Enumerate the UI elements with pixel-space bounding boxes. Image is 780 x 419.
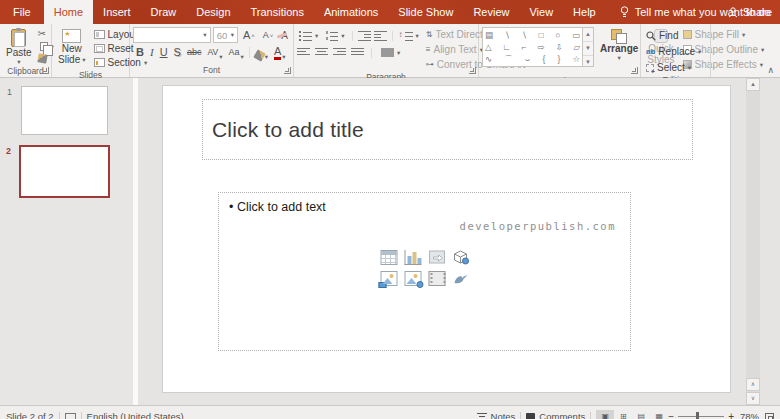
copy-icon xyxy=(40,42,48,51)
paragraph-dialog-launcher[interactable] xyxy=(469,67,476,74)
group-slides: New Slide▾ Layout▾ Reset Section▾ Slides xyxy=(52,24,130,77)
group-clipboard: Paste ▾ ✂ ▾ Clipboard xyxy=(0,24,52,77)
select-button[interactable]: Select▾ xyxy=(644,61,703,74)
content-placeholder[interactable]: • Click to add text developerpublish.com xyxy=(218,192,631,351)
slide-sorter-view-button[interactable]: ⊞ xyxy=(614,410,632,419)
next-slide-button[interactable]: ∨ xyxy=(746,392,760,405)
paste-button[interactable]: Paste ▾ xyxy=(3,27,35,65)
underline-button[interactable]: U xyxy=(157,45,171,60)
tab-view[interactable]: View xyxy=(519,0,563,24)
insert-3d-model-icon[interactable] xyxy=(452,250,469,265)
slide-1-number: 1 xyxy=(7,87,12,97)
new-slide-label-2: Slide xyxy=(58,55,80,65)
format-painter-button[interactable] xyxy=(37,53,47,63)
font-size-value: 60 xyxy=(217,30,228,41)
shapes-gallery-scroll[interactable]: ▲▼▼ xyxy=(583,27,594,67)
find-button[interactable]: Find xyxy=(644,29,703,42)
insert-online-picture-icon[interactable] xyxy=(404,271,421,286)
comments-button[interactable]: Comments xyxy=(526,411,585,419)
collapse-ribbon-button[interactable]: ∧ xyxy=(767,65,774,75)
insert-chart-icon[interactable] xyxy=(404,250,421,265)
previous-slide-button[interactable]: ∧ xyxy=(746,378,760,391)
strikethrough-button[interactable]: abc xyxy=(184,45,205,60)
normal-view-button[interactable]: ▣ xyxy=(596,410,614,419)
tab-file[interactable]: File xyxy=(0,0,44,24)
scroll-up-button[interactable]: ▲ xyxy=(746,78,760,91)
tab-draw[interactable]: Draw xyxy=(141,0,187,24)
insert-picture-icon[interactable] xyxy=(380,271,397,286)
insert-table-icon[interactable] xyxy=(380,250,397,265)
text-shadow-button[interactable]: S xyxy=(171,45,184,60)
drawing-dialog-launcher[interactable] xyxy=(631,67,638,74)
tab-animations[interactable]: Animations xyxy=(314,0,388,24)
notes-button[interactable]: Notes xyxy=(477,411,516,419)
character-spacing-button[interactable]: AV▾ xyxy=(204,45,225,60)
tab-slide-show[interactable]: Slide Show xyxy=(388,0,463,24)
italic-button[interactable]: I xyxy=(147,45,157,60)
title-placeholder[interactable]: Click to add title xyxy=(202,99,693,160)
columns-button[interactable]: ▾ xyxy=(379,46,402,59)
change-case-button[interactable]: Aa▾ xyxy=(225,45,246,60)
slideshow-view-button[interactable]: ▦ xyxy=(650,410,668,419)
tab-design[interactable]: Design xyxy=(186,0,240,24)
numbering-button[interactable]: ▾ xyxy=(323,29,346,42)
insert-smartart-icon[interactable] xyxy=(428,250,445,265)
tab-review[interactable]: Review xyxy=(463,0,519,24)
decrease-indent-button[interactable] xyxy=(358,31,371,41)
bullets-icon xyxy=(299,31,312,41)
clear-formatting-button[interactable]: A xyxy=(278,28,291,43)
slide-2-thumbnail[interactable] xyxy=(19,145,110,198)
slide-canvas[interactable]: Click to add title • Click to add text d… xyxy=(162,85,731,393)
share-label: Share xyxy=(743,6,772,18)
stock-image-monitor-icon xyxy=(378,282,386,288)
reading-view-button[interactable]: ▤ xyxy=(632,410,650,419)
decrease-font-size-button[interactable]: A˅ xyxy=(260,28,277,43)
person-icon xyxy=(728,7,738,18)
bullets-button[interactable]: ▾ xyxy=(297,29,320,42)
replace-button[interactable]: abReplace▾ xyxy=(644,45,703,58)
powerpoint-window: File Home Insert Draw Design Transitions… xyxy=(0,0,780,419)
ribbon-filler: ∧ xyxy=(711,24,780,77)
tab-home[interactable]: Home xyxy=(44,0,93,24)
vertical-scrollbar[interactable]: ▲ ∧ ∨ xyxy=(746,78,760,405)
zoom-slider-handle[interactable] xyxy=(696,412,699,419)
tab-transitions[interactable]: Transitions xyxy=(241,0,314,24)
tab-help[interactable]: Help xyxy=(563,0,606,24)
increase-font-size-button[interactable]: A˄ xyxy=(240,28,258,43)
highlight-color-button[interactable]: ▾ xyxy=(252,45,271,60)
insert-video-icon[interactable] xyxy=(428,271,445,286)
line-spacing-button[interactable]: ▾ xyxy=(398,29,421,42)
online-picture-globe-icon xyxy=(416,281,423,288)
slide-indicator[interactable]: Slide 2 of 2 xyxy=(6,411,54,419)
align-center-button[interactable] xyxy=(315,48,328,57)
zoom-slider[interactable] xyxy=(678,416,724,417)
language-indicator[interactable]: English (United States) xyxy=(87,411,184,419)
insert-icons-bird-icon[interactable] xyxy=(452,271,469,286)
group-font: ▾ 60▾ A˄ A˅ A B I U S abc AV▾ Aa▾ ▾ A▾ xyxy=(130,24,294,77)
align-right-button[interactable] xyxy=(333,48,346,57)
zoom-level[interactable]: 78% xyxy=(740,411,759,419)
font-name-combo[interactable]: ▾ xyxy=(133,27,211,43)
paste-icon xyxy=(11,29,26,47)
font-size-combo[interactable]: 60▾ xyxy=(213,27,238,43)
new-slide-button[interactable]: New Slide▾ xyxy=(55,27,89,69)
zoom-in-button[interactable]: + xyxy=(728,412,734,419)
bold-button[interactable]: B xyxy=(133,45,147,60)
font-color-button[interactable]: A▾ xyxy=(271,45,289,60)
justify-button[interactable] xyxy=(351,48,364,57)
zoom-out-button[interactable]: − xyxy=(668,412,674,419)
body-placeholder-text: • Click to add text xyxy=(229,200,326,214)
group-editing: Find abReplace▾ Select▾ Editing xyxy=(641,24,711,77)
increase-indent-button[interactable] xyxy=(374,31,387,41)
fit-slide-to-window-button[interactable] xyxy=(765,413,774,419)
accessibility-checker-button[interactable] xyxy=(65,413,76,419)
tab-insert[interactable]: Insert xyxy=(93,0,141,24)
font-dialog-launcher[interactable] xyxy=(284,67,291,74)
group-paragraph: ▾ ▾ ▾ ▾ xyxy=(294,24,479,77)
section-icon xyxy=(94,58,105,67)
clipboard-dialog-launcher[interactable] xyxy=(42,67,49,74)
share-button[interactable]: Share xyxy=(728,0,772,24)
align-left-button[interactable] xyxy=(297,48,310,57)
shapes-gallery[interactable]: ▤∖∖□○▭ △∟⌐⇨⇩▱ ∿⌒⌣{}☆ xyxy=(482,27,583,67)
slide-1-thumbnail[interactable] xyxy=(21,86,108,135)
